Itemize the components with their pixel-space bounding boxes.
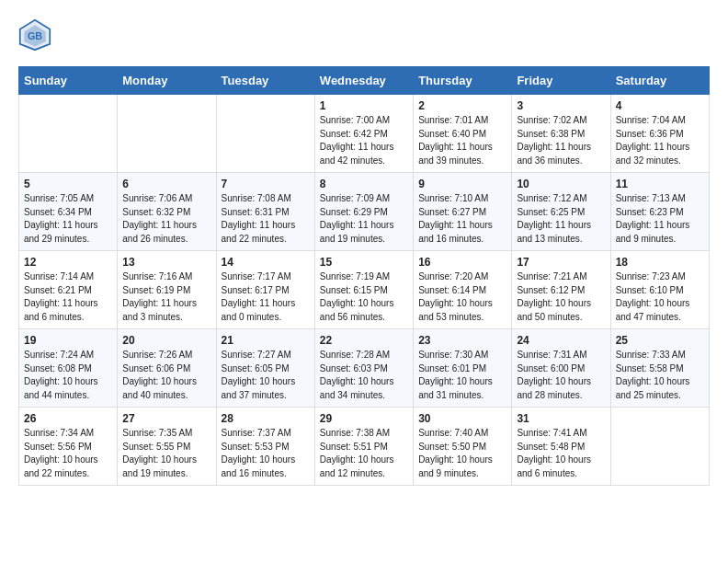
calendar-day-6: 6Sunrise: 7:06 AMSunset: 6:32 PMDaylight… [118,173,216,251]
day-info: Sunrise: 7:21 AMSunset: 6:12 PMDaylight:… [517,270,605,324]
day-header-saturday: Saturday [610,67,709,95]
day-number: 13 [122,256,210,269]
day-number: 31 [517,412,605,425]
day-number: 16 [418,256,506,269]
day-info: Sunrise: 7:17 AMSunset: 6:17 PMDaylight:… [222,270,310,324]
calendar-day-25: 25Sunrise: 7:33 AMSunset: 5:58 PMDayligh… [610,329,709,408]
day-info: Sunrise: 7:08 AMSunset: 6:31 PMDaylight:… [222,192,310,246]
day-number: 22 [320,334,408,347]
day-number: 28 [222,412,310,425]
day-info: Sunrise: 7:20 AMSunset: 6:14 PMDaylight:… [418,270,506,324]
day-info: Sunrise: 7:16 AMSunset: 6:19 PMDaylight:… [122,270,210,324]
day-info: Sunrise: 7:02 AMSunset: 6:38 PMDaylight:… [517,114,605,167]
svg-text:GB: GB [28,30,42,41]
calendar-day-30: 30Sunrise: 7:40 AMSunset: 5:50 PMDayligh… [414,408,512,486]
calendar-day-3: 3Sunrise: 7:02 AMSunset: 6:38 PMDaylight… [512,95,610,173]
calendar-day-11: 11Sunrise: 7:13 AMSunset: 6:23 PMDayligh… [610,173,709,251]
day-number: 4 [616,99,704,112]
day-info: Sunrise: 7:38 AMSunset: 5:51 PMDaylight:… [320,427,408,480]
calendar-day-20: 20Sunrise: 7:26 AMSunset: 6:06 PMDayligh… [118,329,216,408]
day-number: 20 [122,334,210,347]
empty-cell [216,95,314,173]
calendar-day-4: 4Sunrise: 7:04 AMSunset: 6:36 PMDaylight… [610,95,709,173]
day-number: 12 [24,256,112,269]
day-info: Sunrise: 7:35 AMSunset: 5:55 PMDaylight:… [122,427,210,480]
day-info: Sunrise: 7:28 AMSunset: 6:03 PMDaylight:… [320,349,408,402]
calendar-header-row: SundayMondayTuesdayWednesdayThursdayFrid… [19,67,710,95]
day-header-sunday: Sunday [19,67,118,95]
day-header-tuesday: Tuesday [216,67,314,95]
day-number: 1 [320,99,408,112]
calendar-day-27: 27Sunrise: 7:35 AMSunset: 5:55 PMDayligh… [118,408,216,486]
logo: GB [18,18,55,52]
empty-cell [19,95,118,173]
calendar-day-15: 15Sunrise: 7:19 AMSunset: 6:15 PMDayligh… [314,251,413,329]
calendar-day-21: 21Sunrise: 7:27 AMSunset: 6:05 PMDayligh… [216,329,314,408]
day-info: Sunrise: 7:05 AMSunset: 6:34 PMDaylight:… [24,192,112,246]
logo-icon: GB [18,18,51,52]
calendar-week-row: 1Sunrise: 7:00 AMSunset: 6:42 PMDaylight… [19,95,710,173]
day-number: 19 [24,334,112,347]
day-info: Sunrise: 7:10 AMSunset: 6:27 PMDaylight:… [418,192,506,246]
day-info: Sunrise: 7:09 AMSunset: 6:29 PMDaylight:… [320,192,408,246]
day-info: Sunrise: 7:40 AMSunset: 5:50 PMDaylight:… [418,427,506,480]
day-number: 27 [122,412,210,425]
calendar-day-16: 16Sunrise: 7:20 AMSunset: 6:14 PMDayligh… [414,251,512,329]
calendar-day-2: 2Sunrise: 7:01 AMSunset: 6:40 PMDaylight… [414,95,512,173]
day-number: 18 [616,256,704,269]
page: GB SundayMondayTuesdayWednesdayThursdayF… [0,0,728,504]
day-number: 7 [222,178,310,190]
day-number: 14 [222,256,310,269]
calendar-day-5: 5Sunrise: 7:05 AMSunset: 6:34 PMDaylight… [19,173,118,251]
calendar-day-9: 9Sunrise: 7:10 AMSunset: 6:27 PMDaylight… [414,173,512,251]
calendar-day-29: 29Sunrise: 7:38 AMSunset: 5:51 PMDayligh… [314,408,413,486]
day-number: 3 [517,99,605,112]
day-info: Sunrise: 7:19 AMSunset: 6:15 PMDaylight:… [320,270,408,324]
calendar-week-row: 19Sunrise: 7:24 AMSunset: 6:08 PMDayligh… [19,329,710,408]
day-info: Sunrise: 7:00 AMSunset: 6:42 PMDaylight:… [320,114,408,167]
calendar-day-28: 28Sunrise: 7:37 AMSunset: 5:53 PMDayligh… [216,408,314,486]
calendar-day-24: 24Sunrise: 7:31 AMSunset: 6:00 PMDayligh… [512,329,610,408]
calendar-week-row: 5Sunrise: 7:05 AMSunset: 6:34 PMDaylight… [19,173,710,251]
day-info: Sunrise: 7:26 AMSunset: 6:06 PMDaylight:… [122,349,210,402]
day-header-wednesday: Wednesday [314,67,413,95]
empty-cell [610,408,709,486]
day-number: 23 [418,334,506,347]
day-number: 30 [418,412,506,425]
calendar-week-row: 12Sunrise: 7:14 AMSunset: 6:21 PMDayligh… [19,251,710,329]
calendar-day-13: 13Sunrise: 7:16 AMSunset: 6:19 PMDayligh… [118,251,216,329]
day-number: 24 [517,334,605,347]
day-number: 17 [517,256,605,269]
day-number: 29 [320,412,408,425]
calendar-day-17: 17Sunrise: 7:21 AMSunset: 6:12 PMDayligh… [512,251,610,329]
day-info: Sunrise: 7:14 AMSunset: 6:21 PMDaylight:… [24,270,112,324]
day-info: Sunrise: 7:33 AMSunset: 5:58 PMDaylight:… [616,349,704,402]
calendar-table: SundayMondayTuesdayWednesdayThursdayFrid… [18,66,710,486]
day-info: Sunrise: 7:06 AMSunset: 6:32 PMDaylight:… [122,192,210,246]
calendar-week-row: 26Sunrise: 7:34 AMSunset: 5:56 PMDayligh… [19,408,710,486]
calendar-day-31: 31Sunrise: 7:41 AMSunset: 5:48 PMDayligh… [512,408,610,486]
day-info: Sunrise: 7:37 AMSunset: 5:53 PMDaylight:… [222,427,310,480]
day-info: Sunrise: 7:24 AMSunset: 6:08 PMDaylight:… [24,349,112,402]
calendar-day-12: 12Sunrise: 7:14 AMSunset: 6:21 PMDayligh… [19,251,118,329]
day-info: Sunrise: 7:30 AMSunset: 6:01 PMDaylight:… [418,349,506,402]
calendar-day-7: 7Sunrise: 7:08 AMSunset: 6:31 PMDaylight… [216,173,314,251]
calendar-day-23: 23Sunrise: 7:30 AMSunset: 6:01 PMDayligh… [414,329,512,408]
calendar-day-14: 14Sunrise: 7:17 AMSunset: 6:17 PMDayligh… [216,251,314,329]
day-info: Sunrise: 7:34 AMSunset: 5:56 PMDaylight:… [24,427,112,480]
day-info: Sunrise: 7:31 AMSunset: 6:00 PMDaylight:… [517,349,605,402]
day-info: Sunrise: 7:23 AMSunset: 6:10 PMDaylight:… [616,270,704,324]
day-info: Sunrise: 7:41 AMSunset: 5:48 PMDaylight:… [517,427,605,480]
day-number: 9 [418,178,506,190]
day-info: Sunrise: 7:01 AMSunset: 6:40 PMDaylight:… [418,114,506,167]
day-info: Sunrise: 7:12 AMSunset: 6:25 PMDaylight:… [517,192,605,246]
calendar-day-22: 22Sunrise: 7:28 AMSunset: 6:03 PMDayligh… [314,329,413,408]
day-info: Sunrise: 7:04 AMSunset: 6:36 PMDaylight:… [616,114,704,167]
day-number: 10 [517,178,605,190]
day-number: 11 [616,178,704,190]
day-info: Sunrise: 7:13 AMSunset: 6:23 PMDaylight:… [616,192,704,246]
day-number: 26 [24,412,112,425]
calendar-day-18: 18Sunrise: 7:23 AMSunset: 6:10 PMDayligh… [610,251,709,329]
day-info: Sunrise: 7:27 AMSunset: 6:05 PMDaylight:… [222,349,310,402]
day-number: 25 [616,334,704,347]
